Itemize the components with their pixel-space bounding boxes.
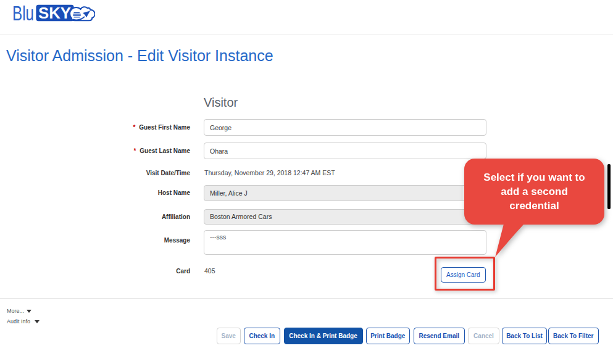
- svg-text:SKY: SKY: [38, 4, 71, 22]
- svg-text:Blu: Blu: [12, 4, 34, 25]
